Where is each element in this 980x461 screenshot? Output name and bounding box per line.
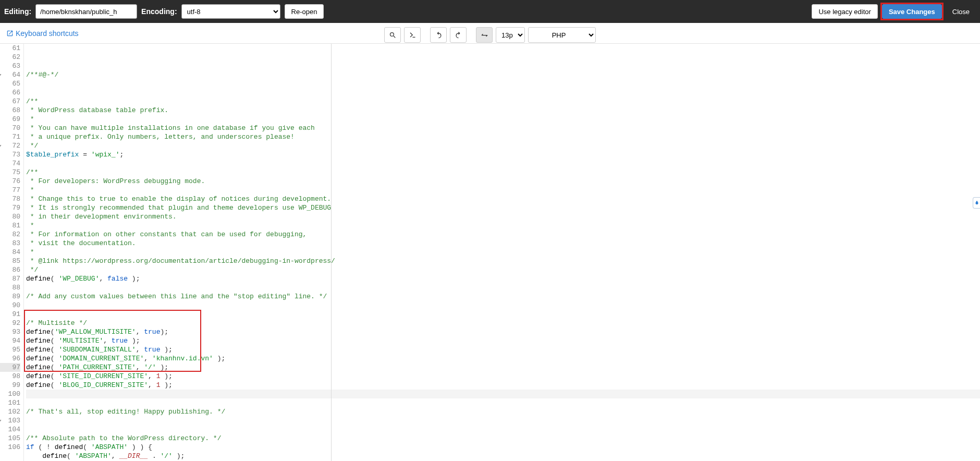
code-line[interactable]: if ( ! defined( 'ABSPATH' ) ) { — [26, 443, 980, 452]
editor-toolbar: 13px PHP — [384, 27, 596, 43]
code-line[interactable]: $table_prefix = 'wpix_'; — [26, 150, 980, 159]
code-line[interactable]: * For developers: WordPress debugging mo… — [26, 177, 980, 186]
encoding-select[interactable]: utf-8 — [181, 4, 280, 19]
terminal-icon — [409, 31, 416, 39]
code-line[interactable]: /** Absolute path to the WordPress direc… — [26, 434, 980, 443]
code-line[interactable]: define( 'BLOG_ID_CURRENT_SITE', 1 ); — [26, 381, 980, 390]
reopen-button[interactable]: Re-open — [285, 4, 324, 19]
line-number: 69 — [0, 115, 20, 124]
code-line[interactable]: * You can have multiple installations in… — [26, 124, 980, 132]
line-number: 95 — [0, 345, 20, 354]
code-line[interactable]: */ — [26, 141, 980, 150]
search-icon — [389, 31, 397, 39]
code-line[interactable] — [26, 390, 980, 398]
code-line[interactable] — [26, 79, 980, 88]
redo-button[interactable] — [450, 27, 467, 43]
line-number: 104 — [0, 425, 20, 434]
code-line[interactable]: /** — [26, 168, 980, 177]
code-line[interactable]: * — [26, 248, 980, 257]
code-line[interactable]: define( 'WP_DEBUG', false ); — [26, 274, 980, 283]
line-number: 92 — [0, 319, 20, 327]
line-number: 91 — [0, 310, 20, 319]
line-number: 64▾ — [0, 70, 20, 79]
external-link-icon — [6, 30, 14, 37]
line-number: 78 — [0, 195, 20, 203]
code-line[interactable]: * It is strongly recommended that plugin… — [26, 203, 980, 212]
code-line[interactable]: * Change this to true to enable the disp… — [26, 195, 980, 203]
undo-button[interactable] — [430, 27, 447, 43]
code-line[interactable]: * — [26, 115, 980, 124]
line-number: 97 — [0, 363, 20, 372]
side-panel-tab[interactable] — [973, 197, 980, 209]
code-line[interactable] — [26, 283, 980, 292]
search-button[interactable] — [384, 27, 401, 43]
code-line[interactable]: /* Multisite */ — [26, 319, 980, 327]
legacy-editor-button[interactable]: Use legacy editor — [812, 4, 877, 19]
code-line[interactable]: * in their development environments. — [26, 212, 980, 221]
save-changes-button[interactable]: Save Changes — [882, 4, 942, 19]
code-line[interactable]: */ — [26, 265, 980, 274]
wrap-toggle-button[interactable] — [476, 27, 493, 43]
code-line[interactable] — [26, 159, 980, 168]
code-line[interactable]: /* That's all, stop editing! Happy publi… — [26, 407, 980, 416]
fold-marker-icon[interactable]: ▾ — [0, 142, 2, 151]
language-select[interactable]: PHP — [528, 27, 596, 43]
code-line[interactable] — [26, 301, 980, 310]
code-line[interactable]: define( 'PATH_CURRENT_SITE', '/' ); — [26, 363, 980, 372]
code-line[interactable] — [26, 425, 980, 434]
line-number: 94 — [0, 336, 20, 345]
font-size-select[interactable]: 13px — [496, 27, 525, 43]
line-number: 77 — [0, 186, 20, 195]
code-line[interactable] — [26, 398, 980, 407]
droplet-icon — [974, 200, 979, 205]
code-line[interactable]: define('WP_ALLOW_MULTISITE', true); — [26, 327, 980, 336]
line-number: 96 — [0, 354, 20, 363]
code-line[interactable] — [26, 416, 980, 425]
code-line[interactable]: * — [26, 221, 980, 230]
line-number: 63 — [0, 62, 20, 70]
line-number: 76 — [0, 177, 20, 186]
close-button[interactable]: Close — [946, 4, 976, 19]
code-line[interactable]: /** — [26, 97, 980, 106]
code-line[interactable]: define( 'SUBDOMAIN_INSTALL', true ); — [26, 345, 980, 354]
fold-marker-icon[interactable]: ▾ — [0, 417, 2, 426]
line-number: 80 — [0, 212, 20, 221]
line-number: 74 — [0, 159, 20, 168]
code-line[interactable]: * visit the documentation. — [26, 239, 980, 248]
line-number: 79 — [0, 203, 20, 212]
code-line[interactable] — [26, 310, 980, 319]
line-number: 83 — [0, 239, 20, 248]
code-line[interactable]: /**#@-*/ — [26, 70, 980, 79]
line-number: 72▾ — [0, 141, 20, 150]
code-line[interactable]: define( 'MULTISITE', true ); — [26, 336, 980, 345]
code-line[interactable]: * For information on other constants tha… — [26, 230, 980, 239]
code-line[interactable]: /* Add any custom values between this li… — [26, 292, 980, 301]
line-number: 68 — [0, 106, 20, 115]
code-line[interactable]: * — [26, 186, 980, 195]
line-number: 66 — [0, 88, 20, 97]
line-number: 73 — [0, 150, 20, 159]
line-number: 86 — [0, 265, 20, 274]
code-line[interactable]: define( 'DOMAIN_CURRENT_SITE', 'khanhnv.… — [26, 354, 980, 363]
code-content[interactable]: /**#@-*//** * WordPress database table p… — [24, 44, 980, 461]
code-line[interactable]: * a unique prefix. Only numbers, letters… — [26, 132, 980, 141]
code-line[interactable]: * WordPress database table prefix. — [26, 106, 980, 115]
file-path-input[interactable] — [35, 4, 137, 19]
arrows-horizontal-icon — [481, 31, 488, 39]
encoding-label: Encoding: — [141, 7, 177, 16]
line-number: 75 — [0, 168, 20, 177]
line-number: 62 — [0, 53, 20, 62]
code-line[interactable]: define( 'ABSPATH', __DIR__ . '/' ); — [26, 452, 980, 460]
code-line[interactable]: * @link https://wordpress.org/documentat… — [26, 257, 980, 265]
code-line[interactable] — [26, 88, 980, 97]
line-number: 87 — [0, 274, 20, 283]
fold-marker-icon[interactable]: ▾ — [0, 71, 2, 80]
keyboard-shortcuts-link[interactable]: Keyboard shortcuts — [6, 29, 79, 38]
undo-icon — [435, 31, 443, 39]
terminal-button[interactable] — [404, 27, 421, 43]
line-number: 81 — [0, 221, 20, 230]
line-number: 89 — [0, 292, 20, 301]
code-line[interactable]: define( 'SITE_ID_CURRENT_SITE', 1 ); — [26, 372, 980, 381]
line-number: 88 — [0, 283, 20, 292]
line-number: 101 — [0, 398, 20, 407]
